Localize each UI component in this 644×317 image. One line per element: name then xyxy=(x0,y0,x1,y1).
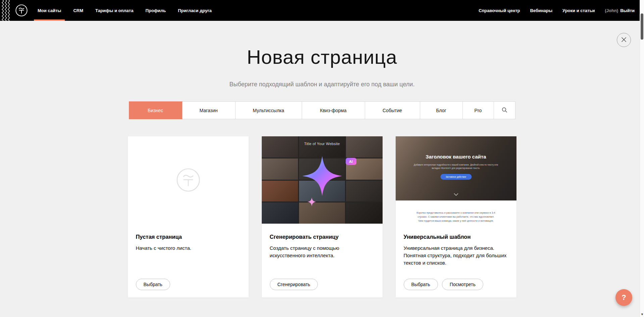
tab-shop[interactable]: Магазин xyxy=(182,102,236,119)
ai-sparkle-small-icon xyxy=(307,197,316,208)
template-category-tabs: Бизнес Магазин Мультиссылка Квиз-форма С… xyxy=(129,101,515,119)
template-card-ai-generate[interactable]: Title of Your Website xyxy=(262,136,383,298)
preview-body-text: Коротко представьтесь и расскажите о ком… xyxy=(416,211,496,223)
nav-item-crm[interactable]: CRM xyxy=(72,0,84,21)
preview-button[interactable]: Посмотреть xyxy=(442,279,483,290)
tab-quiz-form[interactable]: Квиз-форма xyxy=(302,102,365,119)
card-description: Начать с чистого листа. xyxy=(136,244,241,252)
nav-item-profile[interactable]: Профиль xyxy=(144,0,167,21)
tab-multilink[interactable]: Мультиссылка xyxy=(236,102,302,119)
tab-blog[interactable]: Блог xyxy=(420,102,463,119)
card-buttons: Выбрать xyxy=(136,279,170,290)
help-button[interactable]: ? xyxy=(615,289,632,306)
card-buttons: Сгенерировать xyxy=(270,279,318,290)
tab-search[interactable] xyxy=(494,102,515,119)
chevron-down-icon xyxy=(454,191,458,197)
tab-business[interactable]: Бизнес xyxy=(129,101,183,119)
top-header: Мои сайты CRM Тарифы и оплата Профиль Пр… xyxy=(0,0,644,21)
nav-item-webinars[interactable]: Вебинары xyxy=(530,8,552,13)
nav-item-invite-friend[interactable]: Пригласи друга xyxy=(177,0,213,21)
card-title: Сгенерировать страницу xyxy=(270,234,375,240)
close-icon xyxy=(621,37,627,43)
ai-sparkle-icon xyxy=(302,156,342,197)
card-description: Создать страницу с помощью искусственног… xyxy=(270,244,375,259)
tab-event[interactable]: Событие xyxy=(365,102,420,119)
template-preview-image: Заголовок вашего сайта Добавьте интересн… xyxy=(396,136,516,200)
generate-button[interactable]: Сгенерировать xyxy=(270,279,318,290)
choose-button[interactable]: Выбрать xyxy=(136,279,170,290)
page-title: Новая страница xyxy=(0,46,644,68)
tilda-logo-icon[interactable] xyxy=(15,4,28,17)
card-buttons: Выбрать Посмотреть xyxy=(404,279,484,290)
preview-subtext: Добавьте интересные подробности о вашей … xyxy=(414,163,498,170)
preview-cta-button: Заглавное действие xyxy=(440,174,472,180)
nav-item-help-center[interactable]: Справочный центр xyxy=(479,8,520,13)
template-grid: Пустая страница Начать с чистого листа. … xyxy=(128,136,516,317)
nav-item-lessons[interactable]: Уроки и статьи xyxy=(562,8,595,13)
card-title: Пустая страница xyxy=(136,234,241,240)
logout-link[interactable]: Выйти xyxy=(620,8,635,13)
secondary-nav: Справочный центр Вебинары Уроки и статьи… xyxy=(479,0,635,21)
scrollbar[interactable]: ▼ xyxy=(640,0,644,317)
nav-item-tariffs[interactable]: Тарифы и оплата xyxy=(94,0,134,21)
tilda-watermark-icon xyxy=(176,167,201,194)
ai-badge: AI xyxy=(346,158,356,165)
choose-button[interactable]: Выбрать xyxy=(404,279,438,290)
user-name: (John) xyxy=(605,8,618,13)
user-box: (John) Выйти xyxy=(605,8,635,13)
template-card-universal[interactable]: Заголовок вашего сайта Добавьте интересн… xyxy=(396,136,516,298)
ai-preview-image: Title of Your Website xyxy=(262,136,383,224)
scrollbar-thumb[interactable] xyxy=(641,13,643,40)
ai-preview-site-title: Title of Your Website xyxy=(262,142,383,146)
zigzag-pattern-icon xyxy=(1,0,10,21)
template-card-blank[interactable]: Пустая страница Начать с чистого листа. … xyxy=(128,136,249,298)
card-description: Универсальная страница для бизнеса. Поня… xyxy=(404,244,508,267)
card-title: Универсальный шаблон xyxy=(404,234,508,240)
nav-item-my-sites[interactable]: Мои сайты xyxy=(37,0,62,21)
page-subtitle: Выберите подходящий шаблон и адаптируйте… xyxy=(0,81,644,88)
tab-pro[interactable]: Pro xyxy=(463,102,494,119)
close-button[interactable] xyxy=(617,33,631,47)
search-icon xyxy=(502,107,507,114)
main-nav: Мои сайты CRM Тарифы и оплата Профиль Пр… xyxy=(37,0,213,21)
preview-heading: Заголовок вашего сайта xyxy=(396,154,516,160)
scrollbar-down-arrow-icon[interactable]: ▼ xyxy=(640,313,644,316)
